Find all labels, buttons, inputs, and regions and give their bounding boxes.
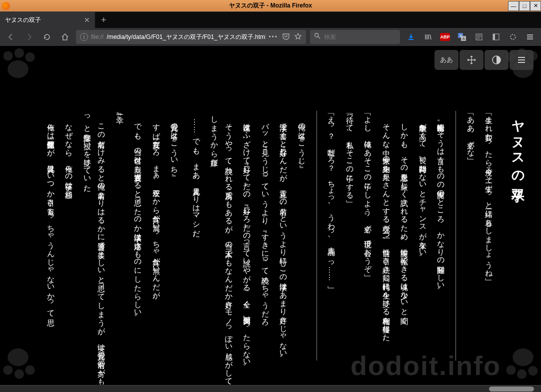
window-titlebar: ヤヌスの双子 - Mozilla Firefox — □ ✕ (0, 0, 541, 12)
story-line: 「よし、俺はあそこの子にしよう。必ず、現世で会おうぞ」 (361, 111, 376, 385)
story-line: なぜなら、俺らの苗字は『杉浦』。 (62, 111, 76, 385)
story-body: 「生まれ変わったら今度こそ一生ずっと一緒に暮らしましょうね」 「ああ、必ずな」 … (5, 111, 496, 385)
svg-point-24 (512, 349, 534, 366)
story-line: 俺の名は『こうじ』。 (294, 111, 309, 385)
svg-point-10 (14, 48, 24, 58)
close-tab-icon[interactable]: ✕ (84, 16, 90, 24)
story-line: そんな中、来世の約束を果たさんとする魂が二つ、前世に引き続き同じ時代に生を受ける… (379, 111, 394, 385)
search-bar[interactable] (310, 30, 400, 44)
story-line: すげー安直だろ。まぁ、双子だから仕方が無いっちゃ仕方が無いんだが。 (149, 111, 164, 385)
site-info-icon[interactable]: i (80, 33, 88, 41)
extension-icon[interactable] (506, 30, 520, 44)
horizontal-scrollbar[interactable] (0, 385, 541, 392)
story-line: ……でも、まあ、兄貴よりはマシだ。 (189, 111, 204, 385)
svg-point-11 (25, 52, 34, 62)
close-window-button[interactable]: ✕ (530, 1, 541, 11)
svg-point-12 (8, 60, 28, 78)
story-line: 「ああ、必ずな」 (464, 111, 478, 385)
paw-decoration-icon (501, 342, 541, 382)
svg-point-9 (3, 51, 12, 60)
svg-text:A: A (462, 37, 465, 40)
svg-text:文: 文 (459, 34, 462, 37)
svg-point-23 (528, 366, 538, 376)
browser-tab[interactable]: ヤヌスの双子 ✕ (0, 12, 95, 28)
contrast-button[interactable] (484, 50, 508, 70)
menu-icon[interactable] (523, 30, 537, 44)
story-line: 兄貴の名は『こういち』。 (168, 111, 182, 385)
url-scheme: file:// (91, 33, 104, 40)
story-line: 輪廻転生。そうは言うものの実際のところ、かなりの難関らしい。 (434, 111, 448, 385)
story-line: 「生まれ変わったら今度こそ一生ずっと一緒に暮らしましょうね」 (482, 111, 496, 385)
maximize-button[interactable]: □ (519, 1, 530, 11)
sidebar-icon[interactable] (489, 30, 503, 44)
reader-controls: ああ (434, 50, 534, 70)
story-line: 「待って、私もそこの子にする」 (342, 111, 357, 385)
forward-button[interactable] (22, 30, 36, 44)
story-line: 「えっ？ 嘘だろ？ ちょっ、うわっ、馬鹿！ っ……」 (324, 111, 339, 385)
story-line: 漢字で書くと『好二』なんだが、正直この名前、というより特にこの漢字はあまり好きじ… (276, 111, 291, 385)
svg-point-21 (506, 365, 516, 375)
move-button[interactable] (460, 50, 484, 70)
firefox-icon (2, 2, 10, 10)
minimize-button[interactable]: — (508, 1, 519, 11)
story-title: ヤヌスの双子 (510, 111, 527, 183)
svg-point-8 (510, 34, 516, 39)
bookmark-star-icon[interactable] (294, 32, 302, 42)
svg-point-0 (315, 33, 318, 37)
story-line: そうやって誂われる所為でもあるが、当の本人でもなんだか好きモノっぽい感じがしてし… (208, 111, 236, 385)
story-line: 俺らは一卵性双生児だが、兄貴はいつか引き篭もっちゃうんじゃないかって思 (44, 111, 58, 385)
pocket-icon[interactable] (282, 32, 290, 42)
watermark: dodoit.info (350, 350, 501, 381)
story-line: でも、当の名付け親も安直過ぎると思ったのか漢字は一応違うものにしたらしい。 (131, 111, 146, 385)
story-line: 競争率が高くて、長い時間待たないとチャンスが来ない。 (416, 111, 430, 385)
scrollbar-thumb[interactable] (489, 387, 534, 392)
window-title: ヤヌスの双子 - Mozilla Firefox (229, 1, 312, 10)
tab-strip: ヤヌスの双子 ✕ + (0, 12, 541, 28)
library-icon[interactable] (421, 30, 435, 44)
home-button[interactable] (58, 30, 72, 44)
url-input[interactable] (106, 33, 266, 40)
new-tab-button[interactable]: + (95, 15, 112, 25)
page-content: ああ ヤヌスの双子 「生まれ変わったら今度こそ一生ずっと一緒に暮らしましょうね」… (0, 46, 541, 392)
story-line: 『幸一』。 (112, 111, 127, 385)
story-line: しかも、その意思を厳しく試されるため、実際に転生できる魂は少ないと聞く。 (398, 111, 412, 385)
more-dots-icon[interactable]: ••• (268, 33, 278, 40)
reader-view-icon[interactable] (472, 30, 486, 44)
url-bar[interactable]: i file:// ••• (76, 30, 306, 44)
downloads-icon[interactable] (404, 30, 418, 44)
story-line: この名前だけみると俺の名前よりはるかに普通で羨ましいと思ってしまうが、実は兄貴の… (80, 111, 108, 385)
search-icon (314, 32, 321, 41)
font-settings-button[interactable]: ああ (434, 50, 458, 70)
search-input[interactable] (324, 33, 399, 40)
svg-point-22 (517, 369, 526, 379)
paw-decoration-icon (0, 46, 40, 86)
back-button[interactable] (4, 30, 18, 44)
nav-toolbar: i file:// ••• ABP 文A (0, 28, 541, 46)
svg-rect-7 (493, 34, 495, 40)
reader-menu-button[interactable] (510, 50, 534, 70)
reload-button[interactable] (40, 30, 54, 44)
story-line: パッと見『こうじ』っていうより、『すきに』って読めちゃうだろ。 (258, 111, 272, 385)
translate-icon[interactable]: 文A (455, 30, 469, 44)
abp-icon[interactable]: ABP (438, 30, 452, 44)
tab-title: ヤヌスの双子 (5, 16, 41, 24)
story-line: 友達はふざけて『好二して』だの、『好二しろ』だの言って誂いやがる。全く、面倒臭い… (240, 111, 254, 385)
